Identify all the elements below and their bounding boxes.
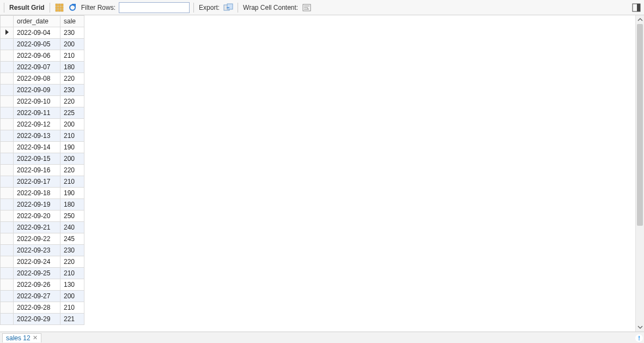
cell-sale[interactable]: 220 <box>60 165 84 176</box>
cell-order-date[interactable]: 2022-09-06 <box>14 50 60 62</box>
cell-sale[interactable]: 130 <box>60 279 84 291</box>
scroll-up-arrow-icon[interactable] <box>636 15 645 24</box>
table-row[interactable]: 2022-09-29221 <box>1 314 84 325</box>
row-header[interactable] <box>1 85 14 96</box>
cell-sale[interactable]: 220 <box>60 73 84 85</box>
row-header[interactable] <box>1 210 14 222</box>
cell-sale[interactable]: 210 <box>60 130 84 142</box>
cell-order-date[interactable]: 2022-09-22 <box>14 233 60 245</box>
result-grid-scrollpane[interactable]: order_date sale 2022-09-042302022-09-052… <box>0 15 635 332</box>
cell-order-date[interactable]: 2022-09-18 <box>14 188 60 199</box>
cell-order-date[interactable]: 2022-09-20 <box>14 210 60 222</box>
cell-order-date[interactable]: 2022-09-12 <box>14 119 60 130</box>
row-header[interactable] <box>1 256 14 268</box>
scroll-down-arrow-icon[interactable] <box>636 323 645 332</box>
cell-order-date[interactable]: 2022-09-14 <box>14 142 60 153</box>
cell-sale[interactable]: 221 <box>60 314 84 325</box>
table-row[interactable]: 2022-09-10220 <box>1 96 84 107</box>
table-row[interactable]: 2022-09-11225 <box>1 107 84 119</box>
row-header[interactable] <box>1 142 14 153</box>
cell-order-date[interactable]: 2022-09-08 <box>14 73 60 85</box>
cell-sale[interactable]: 240 <box>60 222 84 233</box>
cell-order-date[interactable]: 2022-09-25 <box>14 268 60 279</box>
table-row[interactable]: 2022-09-05200 <box>1 39 84 50</box>
cell-sale[interactable]: 180 <box>60 199 84 210</box>
table-row[interactable]: 2022-09-19180 <box>1 199 84 210</box>
cell-sale[interactable]: 200 <box>60 153 84 165</box>
row-header[interactable] <box>1 245 14 256</box>
cell-order-date[interactable]: 2022-09-09 <box>14 85 60 96</box>
row-header[interactable] <box>1 165 14 176</box>
result-tab-sales-12[interactable]: sales 12 ✕ <box>2 333 41 342</box>
row-header[interactable] <box>1 39 14 50</box>
cell-sale[interactable]: 230 <box>60 85 84 96</box>
cell-order-date[interactable]: 2022-09-17 <box>14 176 60 188</box>
cell-order-date[interactable]: 2022-09-15 <box>14 153 60 165</box>
row-header[interactable] <box>1 130 14 142</box>
cell-order-date[interactable]: 2022-09-27 <box>14 291 60 302</box>
cell-order-date[interactable]: 2022-09-13 <box>14 130 60 142</box>
table-row[interactable]: 2022-09-23230 <box>1 245 84 256</box>
table-row[interactable]: 2022-09-25210 <box>1 268 84 279</box>
cell-order-date[interactable]: 2022-09-11 <box>14 107 60 119</box>
table-row[interactable]: 2022-09-22245 <box>1 233 84 245</box>
cell-sale[interactable]: 200 <box>60 119 84 130</box>
info-badge-icon[interactable]: ! <box>635 334 643 342</box>
column-header-order-date[interactable]: order_date <box>14 16 60 27</box>
cell-sale[interactable]: 250 <box>60 210 84 222</box>
cell-order-date[interactable]: 2022-09-10 <box>14 96 60 107</box>
cell-sale[interactable]: 190 <box>60 142 84 153</box>
table-row[interactable]: 2022-09-28210 <box>1 302 84 314</box>
cell-order-date[interactable]: 2022-09-16 <box>14 165 60 176</box>
cell-order-date[interactable]: 2022-09-07 <box>14 62 60 73</box>
export-icon[interactable] <box>223 2 234 13</box>
filter-rows-input[interactable] <box>119 2 190 13</box>
close-icon[interactable]: ✕ <box>33 334 38 341</box>
cell-sale[interactable]: 245 <box>60 233 84 245</box>
row-header[interactable] <box>1 176 14 188</box>
table-row[interactable]: 2022-09-08220 <box>1 73 84 85</box>
table-row[interactable]: 2022-09-16220 <box>1 165 84 176</box>
table-row[interactable]: 2022-09-27200 <box>1 291 84 302</box>
row-header[interactable] <box>1 62 14 73</box>
row-header[interactable] <box>1 119 14 130</box>
vertical-scrollbar[interactable] <box>635 15 644 332</box>
cell-order-date[interactable]: 2022-09-19 <box>14 199 60 210</box>
cell-order-date[interactable]: 2022-09-28 <box>14 302 60 314</box>
table-row[interactable]: 2022-09-20250 <box>1 210 84 222</box>
row-header[interactable] <box>1 96 14 107</box>
row-header[interactable] <box>1 107 14 119</box>
cell-order-date[interactable]: 2022-09-24 <box>14 256 60 268</box>
row-header[interactable] <box>1 314 14 325</box>
row-header[interactable] <box>1 291 14 302</box>
cell-sale[interactable]: 210 <box>60 50 84 62</box>
table-row[interactable]: 2022-09-18190 <box>1 188 84 199</box>
table-row[interactable]: 2022-09-06210 <box>1 50 84 62</box>
row-header[interactable] <box>1 153 14 165</box>
cell-sale[interactable]: 220 <box>60 96 84 107</box>
row-header[interactable] <box>1 268 14 279</box>
cell-sale[interactable]: 225 <box>60 107 84 119</box>
cell-order-date[interactable]: 2022-09-05 <box>14 39 60 50</box>
table-row[interactable]: 2022-09-26130 <box>1 279 84 291</box>
table-row[interactable]: 2022-09-17210 <box>1 176 84 188</box>
cell-sale[interactable]: 220 <box>60 256 84 268</box>
cell-sale[interactable]: 200 <box>60 39 84 50</box>
table-row[interactable]: 2022-09-21240 <box>1 222 84 233</box>
cell-order-date[interactable]: 2022-09-29 <box>14 314 60 325</box>
row-header[interactable] <box>1 279 14 291</box>
row-header[interactable] <box>1 188 14 199</box>
refresh-icon[interactable] <box>67 2 78 13</box>
table-row[interactable]: 2022-09-13210 <box>1 130 84 142</box>
side-panel-toggle-icon[interactable] <box>631 2 642 13</box>
row-header[interactable] <box>1 50 14 62</box>
grid-view-icon[interactable] <box>54 2 65 13</box>
row-header[interactable] <box>1 302 14 314</box>
scrollbar-thumb[interactable] <box>637 24 643 226</box>
table-row[interactable]: 2022-09-14190 <box>1 142 84 153</box>
cell-sale[interactable]: 200 <box>60 291 84 302</box>
row-header[interactable] <box>1 222 14 233</box>
scrollbar-track[interactable] <box>636 24 644 323</box>
cell-order-date[interactable]: 2022-09-23 <box>14 245 60 256</box>
row-header[interactable] <box>1 233 14 245</box>
